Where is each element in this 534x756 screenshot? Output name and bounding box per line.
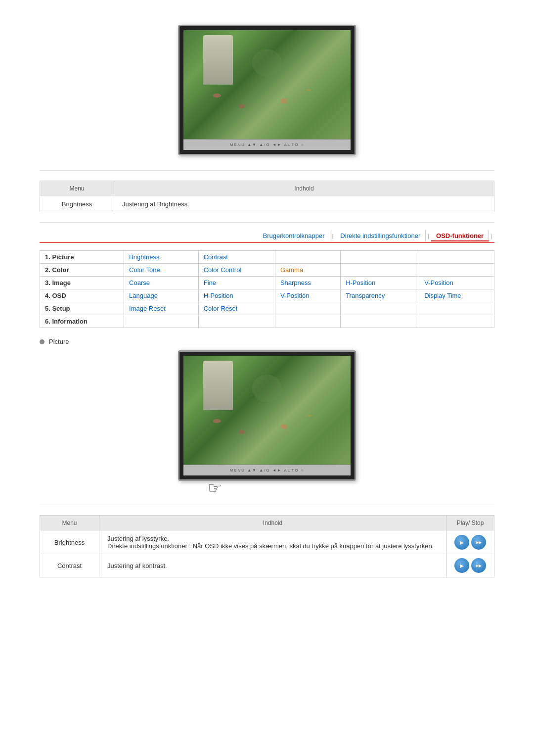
monitor-frame-1: MENU ▲▼ ▲/G ◄► AUTO ○ [178, 25, 356, 155]
osd-row5-cell2: Color Reset [198, 302, 275, 315]
osd-row5-cell5 [419, 302, 494, 315]
divider-1 [40, 170, 494, 171]
osd-row2-cell5 [419, 264, 494, 277]
monitor-display-2: MENU ▲▼ ▲/G ◄► AUTO ○ ☞ [178, 350, 356, 497]
divider-2 [40, 222, 494, 223]
table2-col2-header: Indhold [99, 516, 446, 531]
osd-row4-label: 4. OSD [40, 289, 124, 302]
table-row: Brightness Justering af lysstyrke. Direk… [40, 531, 494, 554]
osd-row3-cell5: V-Position [419, 277, 494, 289]
play-stop-buttons-2 [454, 558, 486, 573]
monitor-buttons-1: MENU ▲▼ ▲/G ◄► AUTO ○ [229, 142, 304, 147]
osd-row4-cell1: Language [124, 289, 199, 302]
osd-row2-label: 2. Color [40, 264, 124, 277]
monitor-buttons-2: MENU ▲▼ ▲/G ◄► AUTO ○ [229, 468, 304, 472]
osd-row6-cell5 [419, 315, 494, 328]
picture-section-label: Picture [40, 338, 494, 345]
table2-row2-col1: Contrast [40, 554, 99, 577]
osd-row6-cell3 [275, 315, 340, 328]
osd-row4-cell5: Display Time [419, 289, 494, 302]
play-stop-buttons-1 [454, 535, 486, 550]
osd-row6-cell2 [198, 315, 275, 328]
table-row: Brightness Justering af Brightness. [40, 196, 494, 212]
monitor-display-1: MENU ▲▼ ▲/G ◄► AUTO ○ [178, 25, 356, 155]
osd-row3-label: 3. Image [40, 277, 124, 289]
tab-bruger[interactable]: Brugerkontrolknapper [258, 230, 330, 241]
osd-row6-cell4 [341, 315, 419, 328]
tab-osd[interactable]: OSD-funktioner [431, 230, 489, 241]
osd-row2-cell2: Color Control [198, 264, 275, 277]
table2-row1-col3 [446, 531, 494, 554]
table1-col1-header: Menu [40, 181, 114, 196]
osd-row5-cell4 [341, 302, 419, 315]
table1-row1-col2: Justering af Brightness. [114, 196, 494, 212]
table2-row1-col1: Brightness [40, 531, 99, 554]
osd-row1-cell3 [275, 251, 340, 264]
table-row: 3. Image Coarse Fine Sharpness H-Positio… [40, 277, 494, 289]
osd-row1-label: 1. Picture [40, 251, 124, 264]
play-button-2[interactable] [454, 558, 469, 573]
osd-row1-cell4 [341, 251, 419, 264]
osd-row1-cell2: Contrast [198, 251, 275, 264]
table-row: 2. Color Color Tone Color Control Gamma [40, 264, 494, 277]
nav-tabs: Brugerkontrolknapper | Direkte indstilli… [40, 230, 494, 243]
play-button-1[interactable] [454, 535, 469, 550]
osd-row2-cell3: Gamma [275, 264, 340, 277]
table2-row2-col3 [446, 554, 494, 577]
monitor-bezel-2: MENU ▲▼ ▲/G ◄► AUTO ○ [183, 465, 351, 475]
osd-row6-label: 6. Information [40, 315, 124, 328]
osd-row3-cell3: Sharpness [275, 277, 340, 289]
table-row: Contrast Justering af kontrast. [40, 554, 494, 577]
table2-col3-header: Play/ Stop [446, 516, 494, 531]
osd-menu-table: 1. Picture Brightness Contrast 2. Color … [40, 250, 494, 328]
table-row: 1. Picture Brightness Contrast [40, 251, 494, 264]
nav-sep-3: | [491, 233, 492, 239]
table2-col1-header: Menu [40, 516, 99, 531]
bullet-icon [40, 339, 44, 344]
osd-row4-cell2: H-Position [198, 289, 275, 302]
divider-3 [40, 505, 494, 505]
osd-row2-cell4 [341, 264, 419, 277]
osd-row1-cell1: Brightness [124, 251, 199, 264]
monitor-screen-2 [183, 356, 351, 465]
nav-sep-2: | [428, 233, 429, 239]
osd-row6-cell1 [124, 315, 199, 328]
osd-row5-cell3 [275, 302, 340, 315]
osd-row3-cell2: Fine [198, 277, 275, 289]
osd-row5-cell1: Image Reset [124, 302, 199, 315]
monitor-frame-2: MENU ▲▼ ▲/G ◄► AUTO ○ [178, 350, 356, 481]
menu-table-1: Menu Indhold Brightness Justering af Bri… [40, 181, 494, 212]
tab-direkte[interactable]: Direkte indstillingsfunktioner [335, 230, 426, 241]
nav-sep-1: | [332, 233, 334, 239]
picture-label-text: Picture [49, 338, 69, 345]
table-row: 6. Information [40, 315, 494, 328]
monitor-screen-1 [183, 30, 351, 139]
osd-row5-label: 5. Setup [40, 302, 124, 315]
osd-row3-cell1: Coarse [124, 277, 199, 289]
osd-row3-cell4: H-Position [341, 277, 419, 289]
stop-button-2[interactable] [471, 558, 486, 573]
table2-row2-col2: Justering af kontrast. [99, 554, 446, 577]
table1-row1-col1: Brightness [40, 196, 114, 212]
table-row: 4. OSD Language H-Position V-Position Tr… [40, 289, 494, 302]
stop-button-1[interactable] [471, 535, 486, 550]
menu-table-2: Menu Indhold Play/ Stop Brightness Juste… [40, 515, 494, 577]
osd-row1-cell5 [419, 251, 494, 264]
table2-row1-col2: Justering af lysstyrke. Direkte indstill… [99, 531, 446, 554]
table-row: 5. Setup Image Reset Color Reset [40, 302, 494, 315]
osd-row2-cell1: Color Tone [124, 264, 199, 277]
table1-col2-header: Indhold [114, 181, 494, 196]
monitor-bezel-1: MENU ▲▼ ▲/G ◄► AUTO ○ [183, 139, 351, 150]
osd-row4-cell4: Transparency [341, 289, 419, 302]
osd-row4-cell3: V-Position [275, 289, 340, 302]
hand-cursor-icon: ☞ [208, 478, 222, 497]
